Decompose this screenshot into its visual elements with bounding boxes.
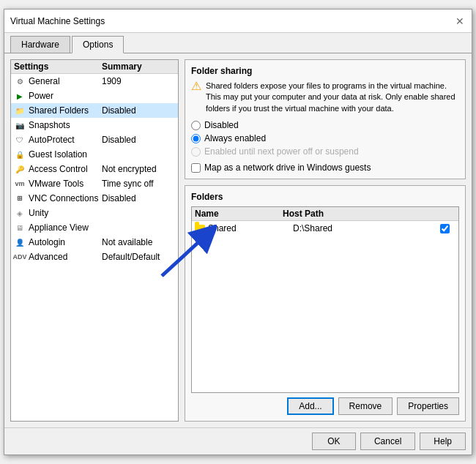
autologin-label: Autologin [29,237,102,247]
folders-table-header: Name Host Path [192,207,458,221]
vnc-connections-summary: Disabled [102,193,175,203]
folder-sharing-title: Folder sharing [191,66,459,76]
folders-table-row[interactable]: Shared D:\Shared [192,221,458,236]
guest-isolation-label: Guest Isolation [29,149,102,160]
general-icon: ⚙ [14,75,26,87]
folder-shape [195,225,205,233]
settings-row-general[interactable]: ⚙ General 1909 [11,74,178,89]
map-network-drive-checkbox[interactable] [191,163,201,173]
folder-icon [195,223,205,233]
guest-isolation-icon: 🔒 [14,149,26,160]
right-panel: Folder sharing ⚠ Shared folders expose y… [185,59,466,422]
radio-until-power-off-input [191,147,201,157]
settings-row-autologin[interactable]: 👤 Autologin Not available [11,235,178,250]
radio-until-power-off-text: Enabled until next power off or suspend [204,146,359,157]
tab-options[interactable]: Options [72,36,124,53]
radio-group: Disabled Always enabled Enabled until ne… [191,120,459,157]
tab-hardware[interactable]: Hardware [10,36,70,53]
cancel-button[interactable]: Cancel [360,433,415,450]
close-button[interactable]: ✕ [454,15,466,27]
settings-row-autoprotect[interactable]: 🛡 AutoProtect Disabled [11,132,178,147]
bottom-buttons: OK Cancel Help [4,427,472,454]
folders-path-col-header: Host Path [283,209,434,219]
folder-name: Shared [208,223,293,233]
settings-panel: Settings Summary ⚙ General 1909 ▶ Power … [10,59,179,422]
access-control-icon: 🔑 [14,163,26,175]
vmware-tools-summary: Time sync off [102,179,175,189]
shared-folders-label: Shared Folders [29,105,102,116]
remove-button[interactable]: Remove [338,397,393,415]
shared-folders-summary: Disabled [102,105,175,116]
unity-label: Unity [29,208,102,218]
appliance-view-label: Appliance View [29,222,102,233]
autologin-summary: Not available [102,237,175,247]
folder-sharing-section: Folder sharing ⚠ Shared folders expose y… [185,59,466,179]
radio-always-label[interactable]: Always enabled [191,133,459,143]
folder-enabled-check [434,224,455,233]
settings-row-vnc-connections[interactable]: ⊞ VNC Connections Disabled [11,191,178,206]
warning-text: Shared folders expose your files to prog… [206,81,459,114]
tab-bar: Hardware Options [4,33,472,53]
folders-buttons: Add... Remove Properties [191,397,459,415]
radio-disabled-input[interactable] [191,121,201,130]
title-bar: Virtual Machine Settings ✕ [4,10,472,33]
settings-row-advanced[interactable]: ADV Advanced Default/Default [11,250,178,264]
summary-col-header: Summary [102,61,175,72]
autoprotect-label: AutoProtect [29,135,102,145]
warning-icon: ⚠ [191,79,201,93]
folders-enabled-col-header [434,209,455,219]
autoprotect-icon: 🛡 [14,134,26,146]
radio-disabled-text: Disabled [204,120,239,130]
help-button[interactable]: Help [420,433,466,450]
radio-always-input[interactable] [191,134,201,143]
autoprotect-summary: Disabled [102,135,175,145]
access-control-label: Access Control [29,164,102,174]
advanced-summary: Default/Default [102,252,175,262]
settings-row-unity[interactable]: ◈ Unity [11,206,178,220]
general-label: General [29,76,102,86]
radio-until-power-off-label[interactable]: Enabled until next power off or suspend [191,146,459,157]
radio-disabled-label[interactable]: Disabled [191,120,459,130]
folders-section: Folders Name Host P [185,185,466,422]
appliance-view-icon: 🖥 [14,222,26,233]
add-button[interactable]: Add... [287,397,333,415]
settings-row-appliance-view[interactable]: 🖥 Appliance View [11,220,178,235]
power-icon: ▶ [14,90,26,102]
shared-folders-icon: 📁 [14,105,26,116]
folders-section-title: Folders [191,192,459,202]
content-area: Settings Summary ⚙ General 1909 ▶ Power … [4,53,472,427]
power-label: Power [29,91,102,101]
folder-enabled-checkbox[interactable] [440,224,450,233]
snapshots-label: Snapshots [29,120,102,130]
map-network-drive-label: Map as a network drive in Windows guests [204,162,371,173]
advanced-icon: ADV [14,251,26,263]
settings-row-power[interactable]: ▶ Power [11,89,178,103]
autologin-icon: 👤 [14,236,26,248]
general-summary: 1909 [102,76,175,86]
settings-row-access-control[interactable]: 🔑 Access Control Not encrypted [11,162,178,176]
vmware-tools-icon: vm [14,178,26,190]
ok-button[interactable]: OK [312,433,356,450]
settings-col-header: Settings [14,61,102,72]
properties-button[interactable]: Properties [397,397,459,415]
warning-row: ⚠ Shared folders expose your files to pr… [191,81,459,114]
settings-row-snapshots[interactable]: 📷 Snapshots [11,118,178,132]
window-title: Virtual Machine Settings [10,16,105,26]
vnc-connections-label: VNC Connections [29,193,102,203]
folder-host-path: D:\Shared [293,223,434,233]
folders-table: Name Host Path Shared D:\Shared [191,206,459,393]
radio-always-text: Always enabled [204,133,266,143]
settings-row-vmware-tools[interactable]: vm VMware Tools Time sync off [11,176,178,191]
unity-icon: ◈ [14,207,26,219]
folders-name-col-header: Name [195,209,283,219]
settings-row-guest-isolation[interactable]: 🔒 Guest Isolation [11,147,178,162]
virtual-machine-settings-window: Virtual Machine Settings ✕ Hardware Opti… [4,9,472,455]
access-control-summary: Not encrypted [102,164,175,174]
vnc-connections-icon: ⊞ [14,192,26,204]
map-network-drive-row: Map as a network drive in Windows guests [191,162,459,173]
settings-header: Settings Summary [11,60,178,74]
settings-row-shared-folders[interactable]: 📁 Shared Folders Disabled [11,103,178,118]
vmware-tools-label: VMware Tools [29,179,102,189]
advanced-label: Advanced [29,252,102,262]
snapshots-icon: 📷 [14,119,26,131]
